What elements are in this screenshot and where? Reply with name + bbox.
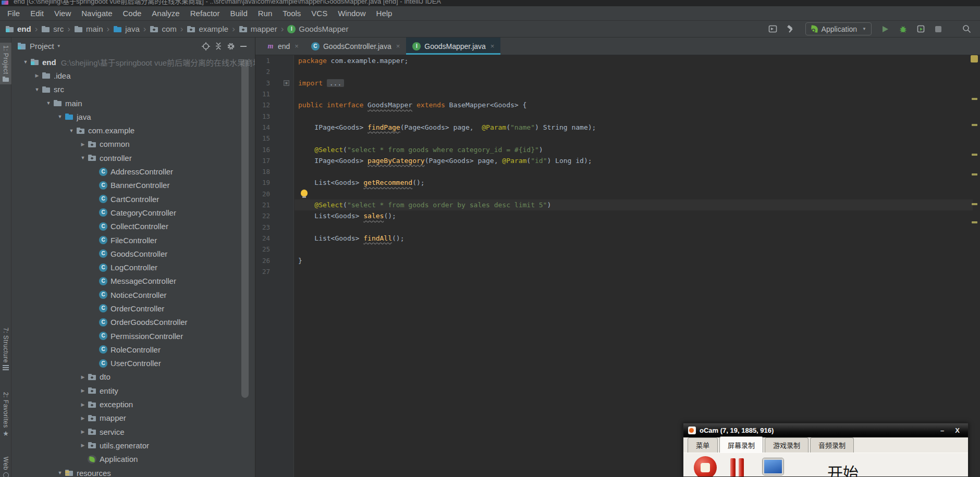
- tree-expand-arrow[interactable]: ▶: [78, 416, 88, 421]
- code-line[interactable]: 3 + import ...: [255, 78, 980, 89]
- menu-item[interactable]: File: [2, 6, 25, 20]
- close-icon[interactable]: ×: [491, 42, 495, 50]
- menu-item[interactable]: Edit: [25, 6, 49, 20]
- tree-row-permissioncontroller[interactable]: C PermissionController: [11, 329, 255, 343]
- warning-marker[interactable]: [972, 221, 977, 223]
- tree-row-main[interactable]: ▼ main: [11, 96, 255, 110]
- tree-row-goodscontroller[interactable]: C GoodsController: [11, 247, 255, 260]
- code-line[interactable]: 14 IPage<Goods> findPage(Page<Goods> pag…: [255, 122, 980, 133]
- ocam-start-label[interactable]: 开始...: [827, 460, 871, 477]
- code-line[interactable]: 17 IPage<Goods> pageByCategory(Page<Good…: [255, 155, 980, 166]
- ocam-tab-0[interactable]: 菜单: [688, 437, 718, 453]
- tree-row-ordercontroller[interactable]: C OrderController: [11, 302, 255, 315]
- tree-row-mapper[interactable]: ▶ mapper: [11, 411, 255, 425]
- stripe-button-favorites[interactable]: 2: Favorites ★: [0, 390, 11, 440]
- hide-panel-button[interactable]: [237, 40, 250, 53]
- warning-marker[interactable]: [972, 124, 977, 126]
- breadcrumb-item[interactable]: end: [5, 24, 31, 33]
- menu-item[interactable]: VCS: [306, 6, 333, 20]
- tree-row-filecontroller[interactable]: C FileController: [11, 233, 255, 247]
- code-line[interactable]: 13: [255, 111, 980, 122]
- tree-row-collectcontroller[interactable]: C CollectController: [11, 220, 255, 233]
- ocam-minimize-button[interactable]: –: [937, 426, 948, 435]
- breadcrumb-item[interactable]: java: [113, 24, 140, 33]
- code-line[interactable]: 16 @Select("select * from goods where ca…: [255, 144, 980, 155]
- breadcrumb-item[interactable]: main: [74, 24, 103, 33]
- breadcrumb-item[interactable]: I GoodsMapper: [287, 24, 348, 33]
- tree-expand-arrow[interactable]: ▶: [78, 142, 88, 147]
- tree-expand-arrow[interactable]: ▶: [78, 443, 88, 448]
- stop-button[interactable]: [932, 23, 945, 35]
- tree-row-logcontroller[interactable]: C LogController: [11, 260, 255, 274]
- search-everywhere-icon[interactable]: [960, 23, 973, 35]
- code-editor[interactable]: 1 package com.example.mapper; 2 3 + impo…: [255, 55, 980, 477]
- collapse-all-button[interactable]: [212, 40, 225, 53]
- code-line[interactable]: 21 @Select("select * from goods order by…: [255, 199, 980, 210]
- tree-expand-arrow[interactable]: ▼: [78, 155, 88, 160]
- ocam-tab-1[interactable]: 屏幕录制: [719, 436, 763, 453]
- close-icon[interactable]: ×: [396, 42, 400, 50]
- code-line[interactable]: 11: [255, 89, 980, 99]
- inspection-status-indicator[interactable]: [971, 55, 978, 62]
- code-line[interactable]: 22 List<Goods> sales();: [255, 210, 980, 221]
- stripe-button-web[interactable]: Web: [0, 454, 11, 477]
- code-line[interactable]: 15: [255, 133, 980, 144]
- warning-marker[interactable]: [972, 203, 977, 205]
- menu-item[interactable]: Refactor: [185, 6, 225, 20]
- tree-row-exception[interactable]: ▶ exception: [11, 397, 255, 411]
- menu-item[interactable]: Build: [225, 6, 252, 20]
- locate-file-button[interactable]: [200, 40, 212, 53]
- tree-row-cartcontroller[interactable]: C CartController: [11, 192, 255, 206]
- project-scrollbar-thumb[interactable]: [241, 59, 249, 398]
- code-line[interactable]: 12 public interface GoodsMapper extends …: [255, 99, 980, 110]
- tree-row-common[interactable]: ▶ common: [11, 137, 255, 151]
- fold-toggle-icon[interactable]: +: [284, 80, 289, 86]
- menu-item[interactable]: Navigate: [76, 6, 117, 20]
- tree-row-service[interactable]: ▶ service: [11, 425, 255, 438]
- menu-item[interactable]: Window: [333, 6, 371, 20]
- editor-tab-goodscontroller.java[interactable]: C GoodsController.java ×: [305, 37, 406, 55]
- code-line[interactable]: 27: [255, 266, 980, 277]
- tree-expand-arrow[interactable]: ▶: [78, 402, 88, 407]
- stripe-button-project[interactable]: 1: Project: [0, 43, 11, 84]
- tree-row-end[interactable]: ▼ end G:\shejiing\基于springboot vue前后端分离的…: [11, 55, 255, 69]
- tree-row-application[interactable]: Application: [11, 453, 255, 466]
- ocam-tab-2[interactable]: 游戏录制: [765, 437, 808, 453]
- menu-item[interactable]: Help: [371, 6, 398, 20]
- menu-item[interactable]: Tools: [277, 6, 306, 20]
- tree-expand-arrow[interactable]: ▼: [67, 128, 76, 133]
- tree-expand-arrow[interactable]: ▼: [32, 87, 42, 92]
- warning-marker[interactable]: [972, 173, 977, 175]
- code-line[interactable]: 18: [255, 166, 980, 177]
- code-line[interactable]: 23: [255, 222, 980, 233]
- code-line[interactable]: 26 }: [255, 255, 980, 266]
- run-with-coverage-button[interactable]: [914, 23, 927, 35]
- tree-expand-arrow[interactable]: ▶: [32, 73, 42, 78]
- tree-row-java[interactable]: ▼ java: [11, 110, 255, 123]
- code-line[interactable]: 25: [255, 244, 980, 255]
- project-panel-title[interactable]: Project: [30, 42, 54, 51]
- tree-expand-arrow[interactable]: ▶: [78, 374, 88, 380]
- debug-button[interactable]: [897, 23, 909, 35]
- stripe-button-structure[interactable]: 7: Structure: [0, 325, 11, 373]
- tree-row-controller[interactable]: ▼ controller: [11, 151, 255, 165]
- gear-icon[interactable]: [225, 40, 237, 53]
- warning-marker[interactable]: [972, 154, 977, 156]
- tree-row-ordergoodscontroller[interactable]: C OrderGoodsController: [11, 316, 255, 329]
- tree-expand-arrow[interactable]: ▼: [55, 114, 65, 119]
- tree-row-.idea[interactable]: ▶ .idea: [11, 69, 255, 82]
- tree-row-rolecontroller[interactable]: C RoleController: [11, 343, 255, 356]
- editor-tab-goodsmapper.java[interactable]: I GoodsMapper.java ×: [406, 37, 500, 55]
- screen-select-icon[interactable]: [763, 458, 783, 475]
- build-hammer-icon[interactable]: [785, 23, 797, 35]
- editor-tab-end[interactable]: m end ×: [261, 37, 305, 55]
- menu-item[interactable]: Run: [253, 6, 278, 20]
- warning-marker[interactable]: [972, 98, 977, 100]
- tree-row-messagecontroller[interactable]: C MessageController: [11, 274, 255, 288]
- tree-expand-arrow[interactable]: ▼: [21, 59, 30, 65]
- tree-row-entity[interactable]: ▶ entity: [11, 384, 255, 397]
- tree-row-dto[interactable]: ▶ dto: [11, 370, 255, 384]
- tree-expand-arrow[interactable]: ▶: [78, 388, 88, 393]
- menu-item[interactable]: Code: [117, 6, 146, 20]
- code-line[interactable]: 19 List<Goods> getRecommend();: [255, 177, 980, 188]
